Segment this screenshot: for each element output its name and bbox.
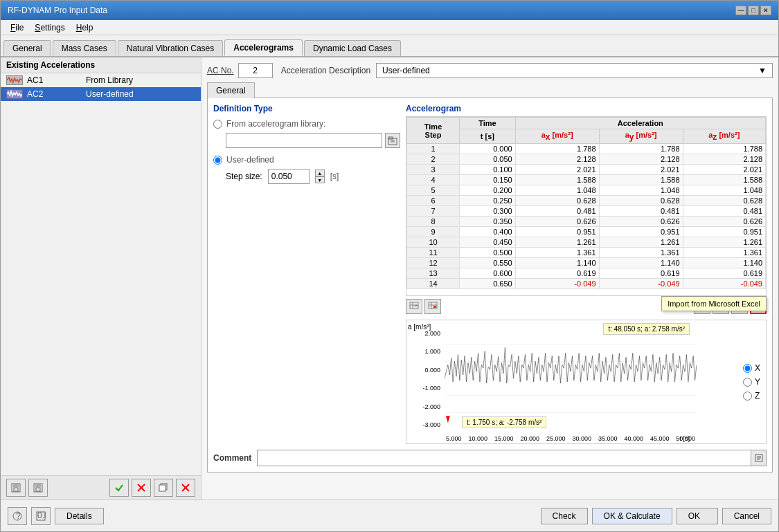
comment-input[interactable] [258,452,751,464]
tab-dynamic-load[interactable]: Dynamic Load Cases [304,40,401,56]
y-radio[interactable] [743,378,752,387]
left-panel-toolbar [1,475,201,499]
spin-up-button[interactable]: ▲ [315,169,325,176]
table-row[interactable]: 12 0.550 1.140 1.140 1.140 [407,258,766,268]
minimize-button[interactable]: — [735,6,746,15]
ac2-name: AC2 [27,89,82,99]
accelerogram-table-container[interactable]: TimeStep Time Acceleration t [s] ax [m/s… [406,116,767,296]
table-row[interactable]: 10 0.450 1.261 1.261 1.261 [407,237,766,248]
cell-step: 1 [407,144,460,154]
svg-rect-2 [14,488,18,491]
cell-ax: 1.261 [515,237,599,248]
table-row[interactable]: 11 0.500 1.361 1.361 1.361 [407,248,766,258]
cell-ax: 1.140 [515,258,599,268]
check-button-bottom[interactable]: Check [541,508,588,524]
table-row[interactable]: 8 0.350 0.626 0.626 0.626 [407,217,766,227]
cell-time: 0.350 [460,217,516,227]
table-row[interactable]: 2 0.050 2.128 2.128 2.128 [407,154,766,165]
close-button[interactable]: ✕ [760,6,771,15]
menu-file[interactable]: File [5,21,29,34]
description-value[interactable]: User-defined ▼ [376,63,773,78]
svg-rect-9 [159,485,165,491]
spin-down-button[interactable]: ▼ [315,176,325,183]
units-button[interactable]: 0.0 [31,507,51,525]
table-row[interactable]: 14 0.650 -0.049 -0.049 -0.049 [407,279,766,289]
y-tick-2: 1.000 [408,348,443,355]
cell-az: 2.021 [683,165,765,175]
table-row[interactable]: 6 0.250 0.628 0.628 0.628 [407,196,766,206]
save-all-button[interactable] [6,479,26,497]
table-row[interactable]: 5 0.200 1.048 1.048 1.048 [407,185,766,196]
comment-pick-button[interactable] [751,450,766,466]
delete-button[interactable] [132,479,151,497]
tab-accelerograms[interactable]: Accelerograms [224,39,303,56]
comment-input-container [257,450,767,466]
z-radio[interactable] [743,392,752,401]
svg-rect-4 [35,484,41,487]
user-defined-radio[interactable] [213,156,222,165]
cell-ay: 0.626 [599,217,683,227]
y-tick-5: -2.000 [408,403,443,410]
cell-az: 1.261 [683,237,765,248]
table-add-row-button[interactable] [406,299,422,314]
cell-ay: 2.021 [599,165,683,175]
col-az: az [m/s²] [683,129,765,144]
definition-panel: Definition Type From accelerogram librar… [213,104,400,444]
tab-natural-vibration[interactable]: Natural Vibration Cases [118,40,224,56]
cell-ay: 1.140 [599,258,683,268]
ac-list: AC1 From Library AC2 User-defined [1,73,201,475]
table-delete-row-button[interactable] [424,299,441,314]
ok-button[interactable]: OK [677,508,718,524]
maximize-button[interactable]: □ [748,6,759,15]
tabs-bar: General Mass Cases Natural Vibration Cas… [1,35,778,57]
chart-svg [445,327,697,430]
ac-item-ac1[interactable]: AC1 From Library [1,73,201,87]
cell-ay: 1.048 [599,185,683,196]
menu-settings[interactable]: Settings [29,21,70,34]
save-button[interactable] [28,479,48,497]
delete-red-button[interactable] [176,479,195,497]
xyz-radio-group: X Y Z [743,363,760,401]
comment-section: Comment [213,450,767,466]
ok-calc-button[interactable]: OK & Calculate [592,508,672,524]
cell-ay: -0.049 [599,279,683,289]
details-button[interactable]: Details [55,508,104,524]
table-row[interactable]: 1 0.000 1.788 1.788 1.788 [407,144,766,154]
left-panel: Existing Accelerations AC1 From Library [1,57,202,499]
x-label: X [755,363,760,373]
col-time-unit: t [s] [460,129,516,144]
step-size-input[interactable] [268,169,310,184]
x-tick-9: 45.000 [650,435,670,442]
check-button[interactable] [109,479,129,497]
copy-button[interactable] [154,479,173,497]
cell-az: 0.619 [683,268,765,279]
x-radio[interactable] [743,364,752,373]
cell-step: 9 [407,227,460,237]
menu-help[interactable]: Help [71,21,99,34]
cell-step: 4 [407,175,460,185]
help-button[interactable]: ? [8,507,27,525]
cancel-button[interactable]: Cancel [722,508,771,524]
table-row[interactable]: 9 0.400 0.951 0.951 0.951 [407,227,766,237]
ac-item-ac2[interactable]: AC2 User-defined [1,87,201,101]
general-inner-tab[interactable]: General [207,82,255,98]
y-tick-4: -1.000 [408,385,443,392]
library-input-field[interactable] [226,133,382,148]
library-radio[interactable] [213,120,222,129]
browse-button[interactable] [385,133,400,148]
cell-step: 6 [407,196,460,206]
window-controls: — □ ✕ [735,6,771,15]
cell-az: 1.140 [683,258,765,268]
bottom-left: ? 0.0 Details [8,507,104,525]
table-row[interactable]: 13 0.600 0.619 0.619 0.619 [407,268,766,279]
cell-time: 0.500 [460,248,516,258]
step-size-label: Step size: [226,172,262,181]
dropdown-arrow-icon: ▼ [758,66,767,75]
table-row[interactable]: 7 0.300 0.481 0.481 0.481 [407,206,766,217]
tab-general[interactable]: General [3,40,51,56]
cell-time: 0.650 [460,279,516,289]
table-row[interactable]: 3 0.100 2.021 2.021 2.021 [407,165,766,175]
tab-mass-cases[interactable]: Mass Cases [53,40,116,56]
table-row[interactable]: 4 0.150 1.588 1.588 1.588 [407,175,766,185]
cell-az: 0.626 [683,217,765,227]
